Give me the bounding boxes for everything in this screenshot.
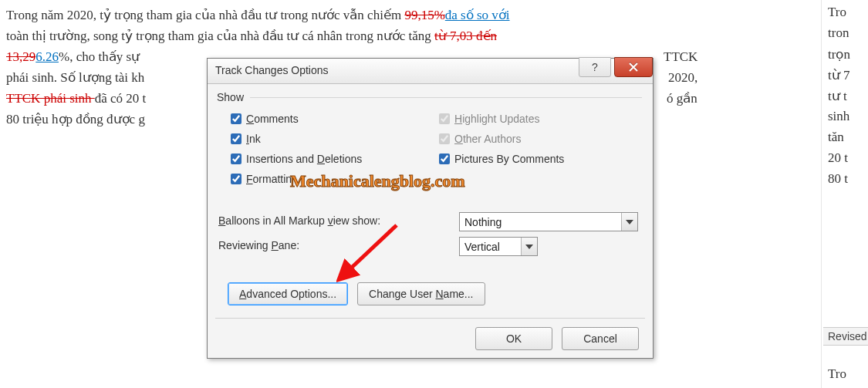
formatting-checkbox[interactable]: Formattin [231, 173, 292, 185]
track-changes-options-dialog: Track Changes Options ? Show Comments In… [207, 58, 654, 359]
doc-text: đã có 20 t [95, 91, 147, 106]
ok-button[interactable]: OK [475, 327, 552, 350]
ink-checkbox-input[interactable] [231, 133, 241, 144]
other-authors-checkbox-input [439, 133, 450, 144]
doc-fragment: tư t [828, 88, 847, 104]
group-rule [250, 97, 642, 98]
help-button[interactable]: ? [579, 57, 611, 77]
doc-fragment: sinh [828, 109, 849, 124]
reviewing-pane-label: Reviewing Pane: [218, 239, 299, 251]
balloons-value: Nothing [460, 216, 621, 228]
pictures-by-comments-checkbox[interactable]: Pictures By Comments [439, 153, 564, 165]
help-icon: ? [592, 61, 598, 73]
balloons-combobox[interactable]: Nothing [459, 212, 638, 231]
deletion-text: 99,15% [404, 8, 444, 22]
other-authors-checkbox: Other Authors [439, 133, 521, 145]
cancel-button[interactable]: Cancel [562, 327, 639, 350]
revised-document-label: Revised Doc [823, 327, 868, 346]
doc-text: ó gần [667, 88, 697, 109]
reviewing-pane-value: Vertical [460, 241, 521, 253]
close-icon [629, 62, 638, 72]
doc-fragment: Tro [828, 366, 846, 382]
highlight-updates-checkbox: Highlight Updates [439, 113, 540, 125]
formatting-checkbox-input[interactable] [231, 174, 241, 184]
doc-text: TTCK [664, 46, 697, 67]
doc-fragment: tăn [828, 130, 844, 145]
show-group-label: Show [217, 91, 244, 103]
close-button[interactable] [614, 57, 653, 77]
doc-text: 2020, [668, 67, 697, 88]
insertions-deletions-checkbox-input[interactable] [231, 154, 241, 164]
chevron-down-icon [621, 213, 637, 231]
right-pane-slice: Tro tron trọn từ 7 tư t sinh tăn 20 t 80… [821, 0, 868, 388]
doc-fragment: 80 t [828, 171, 848, 187]
dialog-titlebar[interactable]: Track Changes Options ? [208, 59, 653, 84]
deletion-text: từ 7,03 đến [434, 29, 497, 43]
doc-fragment: Tro [828, 5, 846, 20]
deletion-text: TTCK phái sinh [6, 91, 95, 106]
insertion-text: đa số so với [445, 8, 510, 22]
doc-fragment: từ 7 [828, 67, 849, 83]
doc-fragment: trọn [828, 46, 850, 62]
deletion-text: 13,29 [6, 49, 35, 64]
pictures-by-comments-checkbox-input[interactable] [439, 154, 450, 164]
change-user-name-button[interactable]: Change User Name... [357, 282, 485, 305]
doc-text: phái sinh. Số lượng tài kh [6, 70, 144, 85]
doc-text: %, cho thấy sự [59, 49, 140, 64]
advanced-options-button[interactable]: Advanced Options... [228, 282, 348, 305]
comments-checkbox-input[interactable] [231, 113, 241, 124]
doc-text: toàn thị trường, song tỷ trọng tham gia … [6, 29, 434, 43]
highlight-updates-checkbox-input [439, 113, 450, 124]
insertions-deletions-checkbox[interactable]: Insertions and Deletions [231, 153, 362, 165]
dialog-title: Track Changes Options [215, 64, 329, 76]
doc-fragment: tron [828, 25, 849, 41]
separator [215, 318, 645, 319]
chevron-down-icon [521, 238, 537, 255]
comments-checkbox[interactable]: Comments [231, 113, 299, 125]
reviewing-pane-combobox[interactable]: Vertical [459, 237, 538, 256]
balloons-label: Balloons in All Markup view show: [218, 214, 380, 227]
insertion-text: 6.26 [35, 49, 59, 64]
doc-fragment: 20 t [828, 150, 848, 166]
ink-checkbox[interactable]: Ink [231, 133, 261, 145]
doc-text: 80 triệu hợp đồng được g [6, 112, 145, 127]
doc-text: Trong năm 2020, tỷ trọng tham gia của nh… [6, 8, 404, 22]
